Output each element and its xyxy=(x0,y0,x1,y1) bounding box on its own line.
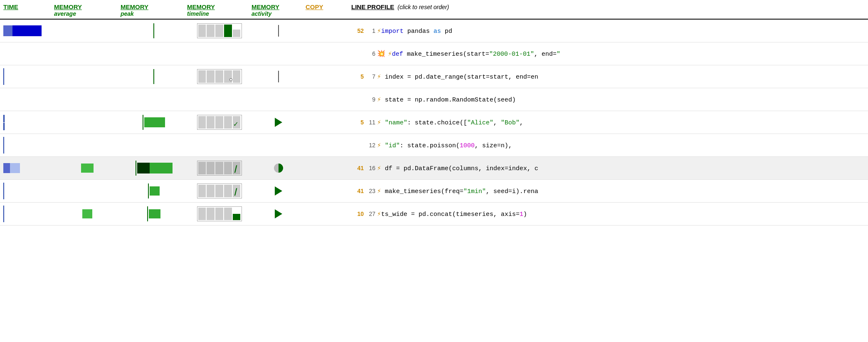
table-row: 12 ⚡ "id": state.poisson(1000, size=n), xyxy=(0,134,868,157)
cell-copy-7 xyxy=(306,166,351,170)
col-line-profile-header: LINE PROFILE (click to reset order) xyxy=(351,3,868,10)
count-orange-5: 5 xyxy=(352,119,364,126)
main-container: TIME MEMORY average MEMORY peak MEMORY t… xyxy=(0,0,868,342)
code-4: ⚡ state = np.random.RandomState(seed) xyxy=(377,95,516,104)
cell-mem-avg-9 xyxy=(54,208,121,220)
cell-time-1 xyxy=(0,23,54,38)
cell-mem-peak-7 xyxy=(121,159,187,177)
cell-time-5 xyxy=(0,113,54,132)
cell-mem-timeline-1 xyxy=(187,22,252,40)
cell-mem-peak-6 xyxy=(121,144,187,147)
mem-peak-header-label[interactable]: MEMORY xyxy=(121,3,187,10)
line-num-8: 23 xyxy=(365,188,375,194)
code-2: ⚡def make_timeseries(start="2000-01-01",… xyxy=(388,50,560,58)
cell-line-7: 41 16 ⚡ df = pd.DataFrame(columns, index… xyxy=(351,162,868,174)
table-row: 9 ⚡ state = np.random.RandomState(seed) xyxy=(0,88,868,111)
line-num-2: 6 xyxy=(365,50,375,57)
cell-line-2: 6 💥 ⚡def make_timeseries(start="2000-01-… xyxy=(351,48,868,59)
col-mem-avg-header: MEMORY average xyxy=(54,3,121,17)
count-orange-8: 41 xyxy=(352,188,364,194)
cell-mem-avg-7 xyxy=(54,162,121,174)
cell-line-3: 5 7 ⚡ index = pd.date_range(start=start,… xyxy=(351,71,868,82)
code-6: ⚡ "id": state.poisson(1000, size=n), xyxy=(377,141,512,149)
code-7: ⚡ df = pd.DataFrame(columns, index=index… xyxy=(377,164,538,172)
cell-mem-activity-6 xyxy=(252,144,306,147)
copy-header-label[interactable]: COPY xyxy=(306,3,351,10)
line-num-6: 12 xyxy=(365,142,375,149)
col-time-header: TIME xyxy=(0,3,54,10)
line-profile-header-sub: (click to reset order) xyxy=(397,4,449,10)
cell-time-6 xyxy=(0,135,54,155)
cell-copy-2 xyxy=(306,52,351,55)
count-orange-9: 10 xyxy=(352,211,364,217)
cell-time-8 xyxy=(0,181,54,201)
col-copy-header: COPY xyxy=(306,3,351,10)
line-num-1: 1 xyxy=(365,27,375,34)
code-5: ⚡ "name": state.choice(["Alice", "Bob", xyxy=(377,118,523,126)
cell-mem-avg-4 xyxy=(54,98,121,101)
cell-copy-5 xyxy=(306,121,351,124)
table-row: / 41 16 ⚡ df = pd.DataFrame(columns, ind… xyxy=(0,157,868,180)
mem-activity-header-label[interactable]: MEMORY xyxy=(252,3,306,10)
count-orange-3: 5 xyxy=(352,73,364,80)
cell-mem-activity-5 xyxy=(252,116,306,129)
code-8: ⚡ make_timeseries(freq="1min", seed=i).r… xyxy=(377,187,538,195)
cell-mem-avg-6 xyxy=(54,144,121,147)
header-row: TIME MEMORY average MEMORY peak MEMORY t… xyxy=(0,0,868,20)
cell-mem-peak-5 xyxy=(121,113,187,131)
cell-copy-3 xyxy=(306,75,351,78)
line-num-9: 27 xyxy=(365,211,375,217)
cell-mem-peak-3 xyxy=(121,67,187,86)
cell-mem-peak-4 xyxy=(121,98,187,101)
cell-mem-timeline-4 xyxy=(187,98,252,101)
cell-time-2 xyxy=(0,52,54,55)
cell-mem-avg-2 xyxy=(54,52,121,55)
cell-mem-timeline-7: / xyxy=(187,159,252,177)
table-row: / 41 23 ⚡ make_timeseries(freq="1min", s… xyxy=(0,180,868,203)
cell-mem-timeline-2 xyxy=(187,52,252,55)
cell-mem-activity-9 xyxy=(252,208,306,220)
cell-time-7 xyxy=(0,161,54,176)
cell-mem-timeline-8: / xyxy=(187,182,252,200)
cell-mem-activity-7 xyxy=(252,162,306,174)
cell-line-6: 12 ⚡ "id": state.poisson(1000, size=n), xyxy=(351,139,868,151)
mem-peak-header-sub: peak xyxy=(121,10,187,17)
line-num-3: 7 xyxy=(365,73,375,80)
cell-time-3 xyxy=(0,67,54,87)
cell-mem-avg-1 xyxy=(54,29,121,32)
cell-time-4 xyxy=(0,98,54,101)
mem-avg-header-label[interactable]: MEMORY xyxy=(54,3,121,10)
cell-mem-avg-8 xyxy=(54,189,121,193)
table-row: 6 💥 ⚡def make_timeseries(start="2000-01-… xyxy=(0,42,868,65)
cell-mem-avg-3 xyxy=(54,75,121,78)
col-mem-timeline-header: MEMORY timeline xyxy=(187,3,252,17)
mem-avg-header-sub: average xyxy=(54,10,121,17)
cell-mem-peak-1 xyxy=(121,22,187,40)
line-num-5: 11 xyxy=(365,119,375,126)
cell-line-4: 9 ⚡ state = np.random.RandomState(seed) xyxy=(351,94,868,105)
cell-mem-timeline-5: ✓ xyxy=(187,113,252,131)
cell-mem-activity-3 xyxy=(252,69,306,84)
line-profile-header-label[interactable]: LINE PROFILE xyxy=(351,3,394,10)
col-mem-peak-header: MEMORY peak xyxy=(121,3,187,17)
code-9: ⚡ts_wide = pd.concat(timeseries, axis=1) xyxy=(377,210,527,218)
cell-mem-timeline-9 xyxy=(187,205,252,223)
mem-timeline-header-label[interactable]: MEMORY xyxy=(187,3,252,10)
cell-line-9: 10 27 ⚡ts_wide = pd.concat(timeseries, a… xyxy=(351,208,868,220)
cell-mem-peak-8 xyxy=(121,182,187,200)
table-row: 10 27 ⚡ts_wide = pd.concat(timeseries, a… xyxy=(0,203,868,226)
code-3: ⚡ index = pd.date_range(start=start, end… xyxy=(377,72,538,81)
cell-mem-activity-2 xyxy=(252,52,306,55)
code-1: ⚡import pandas as pd xyxy=(377,27,452,35)
cell-mem-peak-2 xyxy=(121,52,187,55)
cell-time-9 xyxy=(0,204,54,224)
cell-copy-1 xyxy=(306,29,351,32)
count-orange-1: 52 xyxy=(352,27,364,34)
cell-copy-8 xyxy=(306,189,351,193)
table-row: ✓ 5 11 ⚡ "name": state.choice(["Alice", … xyxy=(0,111,868,134)
mem-activity-header-sub: activity xyxy=(252,10,306,17)
time-header-label[interactable]: TIME xyxy=(3,3,54,10)
cell-mem-activity-4 xyxy=(252,98,306,101)
data-rows-container: 52 1 ⚡import pandas as pd 6 💥 xyxy=(0,20,868,226)
col-mem-activity-header: MEMORY activity xyxy=(252,3,306,17)
